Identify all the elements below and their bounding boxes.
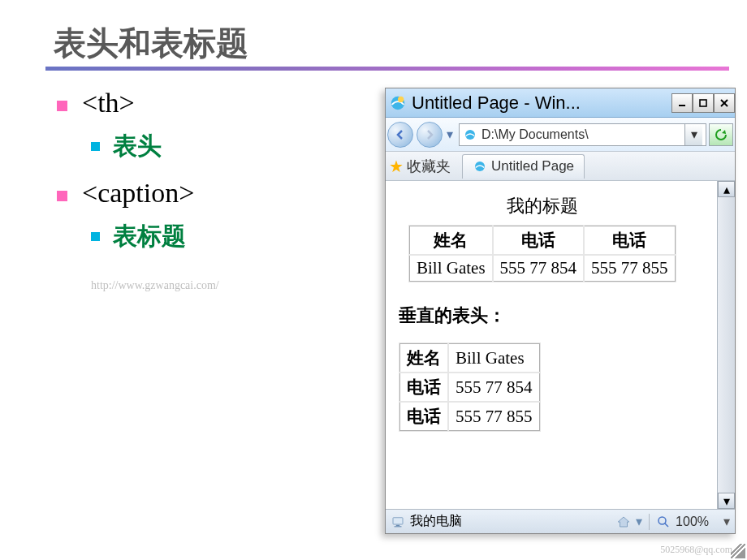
th-cell: 姓名 <box>399 343 448 373</box>
vertical-header-heading: 垂直的表头： <box>399 304 704 328</box>
tab-label: Untitled Page <box>491 158 574 174</box>
bullet-subsquare-icon <box>91 142 100 151</box>
bullet-sub-item: 表标题 <box>91 220 219 253</box>
address-bar[interactable]: D:\My Documents\ ▾ <box>459 123 706 146</box>
window-titlebar[interactable]: Untitled Page - Win... <box>386 88 735 118</box>
table-row: 电话 555 77 855 <box>399 402 540 431</box>
resize-grip-icon <box>731 544 745 558</box>
th-cell: 电话 <box>399 373 448 402</box>
credit-email: 5025968@qq.com <box>660 544 732 555</box>
td-cell: 555 77 854 <box>448 373 540 402</box>
ie-small-icon <box>473 159 487 174</box>
table-header-row: 姓名 电话 电话 <box>409 226 676 255</box>
home-icon[interactable] <box>616 515 631 529</box>
browser-tab[interactable]: Untitled Page <box>462 154 585 179</box>
table-row: 电话 555 77 854 <box>399 373 540 402</box>
td-cell: 555 77 854 <box>493 255 585 282</box>
horizontal-header-table: 我的标题 姓名 电话 电话 Bill Gates 555 77 854 555 … <box>408 191 676 282</box>
table-row: 姓名 Bill Gates <box>399 343 540 373</box>
favorites-bar: ★ 收藏夹 Untitled Page <box>386 152 735 181</box>
vertical-header-table: 姓名 Bill Gates 电话 555 77 854 电话 555 77 85… <box>399 342 541 432</box>
forward-button[interactable] <box>417 122 443 148</box>
divider <box>649 514 650 530</box>
browser-window: Untitled Page - Win... ▾ D:\My Documents… <box>385 88 736 534</box>
bullet-square-icon <box>57 191 67 201</box>
bullet-list: <th> 表头 <caption> 表标题 http://www.gzwangc… <box>57 88 219 292</box>
th-cell: 电话 <box>399 402 448 431</box>
minimize-button[interactable] <box>671 93 693 113</box>
svg-line-12 <box>665 523 669 527</box>
computer-icon <box>391 515 405 529</box>
close-button[interactable] <box>714 93 735 113</box>
th-cell: 姓名 <box>409 226 493 255</box>
bullet-subsquare-icon <box>91 232 100 241</box>
th-cell: 电话 <box>493 226 585 255</box>
bullet-item: <th> <box>57 88 219 118</box>
td-cell: Bill Gates <box>448 343 540 373</box>
svg-rect-9 <box>396 524 400 526</box>
svg-rect-10 <box>395 526 402 527</box>
bullet-item: <caption> <box>57 178 219 209</box>
vertical-scrollbar[interactable]: ▴ ▾ <box>717 181 735 509</box>
bullet-sub-text: 表头 <box>113 130 162 163</box>
svg-point-1 <box>398 96 404 101</box>
address-text: D:\My Documents\ <box>481 127 681 142</box>
refresh-button[interactable] <box>709 123 733 146</box>
chevron-down-icon[interactable]: ▾ <box>723 514 730 529</box>
status-bar: 我的电脑 ▾ 100% ▾ <box>386 509 735 533</box>
footer-credits: 5025968@qq.com <box>660 544 732 555</box>
td-cell: 555 77 855 <box>584 255 676 282</box>
ie-icon <box>389 94 407 112</box>
star-icon[interactable]: ★ <box>389 157 404 176</box>
bullet-sub-text: 表标题 <box>113 220 186 253</box>
status-computer-label: 我的电脑 <box>410 513 462 530</box>
title-underline <box>45 67 729 71</box>
bullet-square-icon <box>57 101 67 111</box>
td-cell: 555 77 855 <box>448 402 540 431</box>
svg-rect-3 <box>700 100 706 106</box>
watermark-url: http://www.gzwangcai.com/ <box>91 279 219 292</box>
history-dropdown-icon[interactable]: ▾ <box>446 127 454 142</box>
bullet-text: <caption> <box>82 178 194 209</box>
scroll-up-arrow-icon[interactable]: ▴ <box>718 181 735 197</box>
maximize-button[interactable] <box>693 93 714 113</box>
table-caption: 我的标题 <box>408 191 676 225</box>
address-dropdown-icon[interactable]: ▾ <box>684 124 702 145</box>
bullet-text: <th> <box>82 88 135 118</box>
chevron-down-icon[interactable]: ▾ <box>636 514 642 529</box>
zoom-icon[interactable] <box>656 515 671 529</box>
slide-title: 表头和表标题 <box>54 21 248 66</box>
td-cell: Bill Gates <box>409 255 493 282</box>
page-content: 我的标题 姓名 电话 电话 Bill Gates 555 77 854 555 … <box>386 181 717 509</box>
scroll-down-arrow-icon[interactable]: ▾ <box>718 493 735 509</box>
favorites-label[interactable]: 收藏夹 <box>407 157 451 176</box>
back-button[interactable] <box>387 122 413 148</box>
th-cell: 电话 <box>584 226 676 255</box>
zoom-level[interactable]: 100% <box>676 515 709 529</box>
svg-rect-8 <box>393 517 403 523</box>
table-row: Bill Gates 555 77 854 555 77 855 <box>409 255 676 282</box>
ie-small-icon <box>463 127 477 142</box>
nav-bar: ▾ D:\My Documents\ ▾ <box>386 118 735 152</box>
window-title: Untitled Page - Win... <box>412 93 668 114</box>
bullet-sub-item: 表头 <box>91 130 219 163</box>
